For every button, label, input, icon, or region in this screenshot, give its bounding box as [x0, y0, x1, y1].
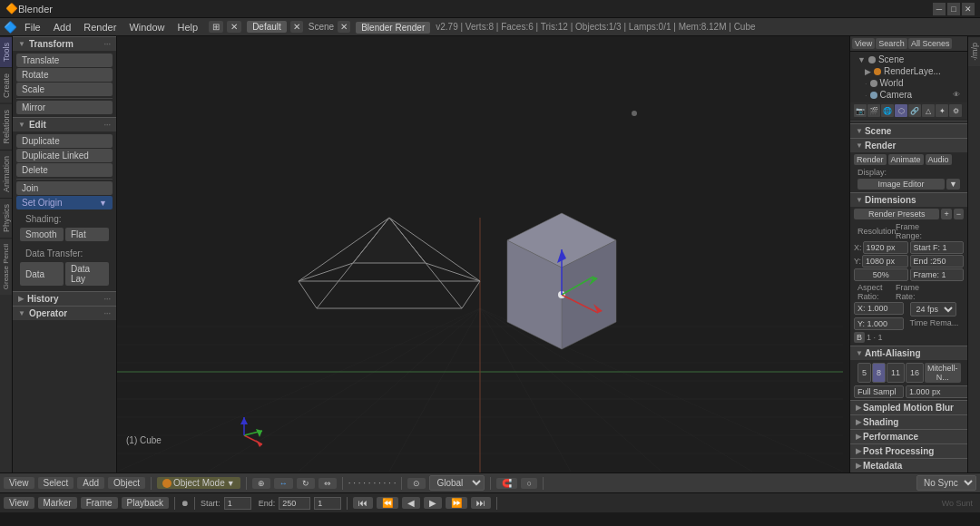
vtab-create[interactable]: Create: [0, 67, 12, 103]
right-tab-search[interactable]: Search: [876, 38, 907, 49]
select-button[interactable]: Select: [38, 477, 74, 489]
set-origin-button[interactable]: Set Origin ▼: [16, 196, 113, 209]
play-back-button[interactable]: ◀: [402, 497, 420, 509]
menu-help[interactable]: Help: [172, 20, 204, 34]
aa-8[interactable]: 8: [872, 363, 886, 383]
render-presets-minus[interactable]: −: [954, 209, 964, 219]
vtab-relations[interactable]: Relations: [0, 103, 12, 150]
jump-end-button[interactable]: ⏭: [471, 497, 491, 509]
timeline-frame-button[interactable]: Frame: [81, 497, 118, 509]
b-button[interactable]: B: [854, 332, 865, 343]
jump-start-button[interactable]: ⏮: [353, 497, 373, 509]
object-button[interactable]: Object: [108, 477, 145, 489]
add-button[interactable]: Add: [77, 477, 104, 489]
view-button[interactable]: View: [4, 477, 34, 489]
vtab-grease-pencil[interactable]: Grease Pencil: [0, 238, 12, 295]
rib-constraints[interactable]: 🔗: [908, 104, 921, 117]
mirror-button[interactable]: Mirror: [16, 101, 113, 114]
scene-section-header[interactable]: ▼ Scene: [850, 123, 967, 138]
right-tab-view[interactable]: View: [852, 38, 875, 49]
timeline-playback-button[interactable]: Playback: [122, 497, 170, 509]
height-input[interactable]: [862, 255, 907, 268]
no-sync-select[interactable]: No Sync: [916, 475, 976, 491]
post-processing-section-header[interactable]: ▶ Post Processing: [850, 443, 967, 458]
manipulator-scale[interactable]: ⇔: [318, 478, 337, 489]
image-editor-expand[interactable]: ▼: [946, 179, 960, 190]
width-input[interactable]: [863, 241, 908, 254]
record-button[interactable]: ⏺: [181, 499, 189, 508]
vtab-tools[interactable]: Tools: [0, 36, 12, 67]
viewport[interactable]: User Persp: [117, 36, 849, 472]
x-aspect-input[interactable]: [854, 302, 904, 315]
pivot-button[interactable]: ⊙: [407, 478, 426, 489]
duplicate-button[interactable]: Duplicate: [16, 134, 113, 148]
edit-section-header[interactable]: ▼ Edit ···: [13, 117, 116, 132]
start-frame-input[interactable]: [224, 497, 251, 510]
menu-window[interactable]: Window: [123, 20, 170, 34]
aa-5[interactable]: 5: [858, 363, 871, 383]
translate-button[interactable]: Translate: [16, 54, 113, 67]
data-lay-button[interactable]: Data Lay: [65, 262, 109, 286]
animate-button[interactable]: Animate: [888, 154, 924, 165]
smooth-button[interactable]: Smooth: [20, 228, 64, 241]
rib-scene[interactable]: 🎬: [867, 104, 880, 117]
percent-input[interactable]: [854, 268, 908, 281]
render-presets-button[interactable]: Render Presets: [854, 209, 939, 219]
manipulator-rotate[interactable]: ↻: [297, 478, 315, 489]
menu-add[interactable]: Add: [48, 20, 77, 34]
vtab-physics[interactable]: Physics: [0, 198, 12, 238]
render-button[interactable]: Render: [854, 154, 887, 165]
render-section-header[interactable]: ▼ Render: [850, 138, 967, 152]
object-mode-button[interactable]: Object Mode ▼: [157, 477, 240, 489]
close-button[interactable]: ✕: [962, 3, 975, 15]
rib-object[interactable]: ⬡: [895, 104, 907, 117]
timeline-view-button[interactable]: View: [4, 497, 34, 509]
rotate-button[interactable]: Rotate: [16, 68, 113, 82]
performance-section-header[interactable]: ▶ Performance: [850, 429, 967, 443]
rib-camera[interactable]: 📷: [854, 104, 867, 117]
minimize-button[interactable]: ─: [933, 3, 946, 15]
fps-select[interactable]: 24 fps 25 fps 30 fps: [910, 302, 956, 317]
global-select[interactable]: Global Local Normal: [429, 475, 485, 491]
shading-section-header[interactable]: ▶ Shading: [850, 414, 967, 429]
rvtab-item-1[interactable]: ·/m/p: [968, 36, 980, 66]
end-frame-input[interactable]: [279, 497, 310, 510]
snap-button[interactable]: 🧲: [496, 478, 517, 489]
menu-render[interactable]: Render: [78, 20, 122, 34]
dimensions-section-header[interactable]: ▼ Dimensions: [850, 192, 967, 207]
aa-16[interactable]: 16: [906, 363, 924, 383]
full-sample-value[interactable]: [906, 385, 967, 398]
data-button[interactable]: Data: [20, 262, 64, 286]
vtab-animation[interactable]: Animation: [0, 150, 12, 198]
engine-selector[interactable]: Blender Render: [356, 22, 430, 33]
history-section-header[interactable]: ▶ History ···: [13, 291, 116, 306]
aa-11[interactable]: 11: [887, 363, 905, 383]
operator-section-header[interactable]: ▼ Operator ···: [13, 306, 116, 320]
transform-section-header[interactable]: ▼ Transform ···: [13, 36, 116, 51]
proportional-button[interactable]: ○: [521, 478, 536, 489]
anti-aliasing-section-header[interactable]: ▼ Anti-Aliasing: [850, 346, 967, 360]
rib-world[interactable]: 🌐: [881, 104, 894, 117]
metadata-section-header[interactable]: ▶ Metadata: [850, 458, 967, 472]
current-frame-input[interactable]: [314, 497, 341, 510]
scale-button[interactable]: Scale: [16, 83, 113, 96]
rib-particles[interactable]: ✦: [936, 104, 948, 117]
y-aspect-input[interactable]: [854, 317, 904, 330]
rib-data[interactable]: △: [922, 104, 935, 117]
audio-button[interactable]: Audio: [926, 154, 952, 165]
delete-button[interactable]: Delete: [16, 163, 113, 177]
join-button[interactable]: Join: [16, 181, 113, 195]
menu-file[interactable]: File: [19, 20, 46, 34]
rib-physics[interactable]: ⚙: [949, 104, 962, 117]
step-forward-button[interactable]: ⏩: [446, 497, 467, 509]
layout-selector[interactable]: Default: [247, 21, 287, 33]
manipulator-button[interactable]: ⊕: [252, 478, 270, 489]
play-button[interactable]: ▶: [424, 497, 442, 509]
motion-blur-section-header[interactable]: ▶ Sampled Motion Blur: [850, 400, 967, 414]
aa-filter-select[interactable]: Mitchell-N...: [925, 363, 961, 383]
flat-button[interactable]: Flat: [65, 228, 109, 241]
step-back-button[interactable]: ⏪: [377, 497, 398, 509]
render-presets-plus[interactable]: +: [941, 209, 951, 219]
timeline-marker-button[interactable]: Marker: [38, 497, 77, 509]
right-tab-all-scenes[interactable]: All Scenes: [908, 38, 953, 49]
